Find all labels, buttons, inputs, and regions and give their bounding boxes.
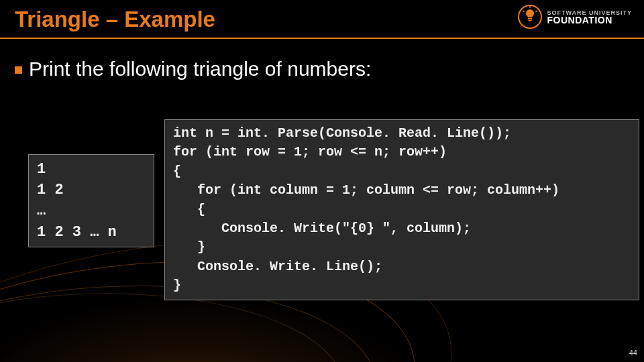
svg-rect-2	[529, 20, 532, 21]
code-snippet-box: int n = int. Parse(Console. Read. Line()…	[164, 119, 639, 300]
title-underline	[0, 38, 644, 39]
svg-line-4	[523, 11, 525, 12]
brand-text: SOFTWARE UNIVERSITY FOUNDATION	[547, 9, 632, 24]
bullet-text: Print the following triangle of numbers:	[29, 58, 371, 80]
svg-line-5	[536, 11, 538, 12]
lightbulb-gear-icon	[517, 4, 543, 29]
bullet-square-icon	[15, 66, 22, 74]
brand-logo: SOFTWARE UNIVERSITY FOUNDATION	[517, 4, 632, 29]
svg-rect-1	[528, 18, 532, 19]
bullet-item: Print the following triangle of numbers:	[15, 58, 371, 80]
slide-title: Triangle – Example	[15, 7, 215, 32]
brand-line2: FOUNDATION	[547, 17, 632, 24]
slide: Triangle – Example SOFTWARE UNIVERSITY F…	[0, 0, 644, 362]
expected-output-box: 1 1 2 … 1 2 3 … n	[28, 154, 154, 247]
page-number: 44	[629, 349, 637, 357]
